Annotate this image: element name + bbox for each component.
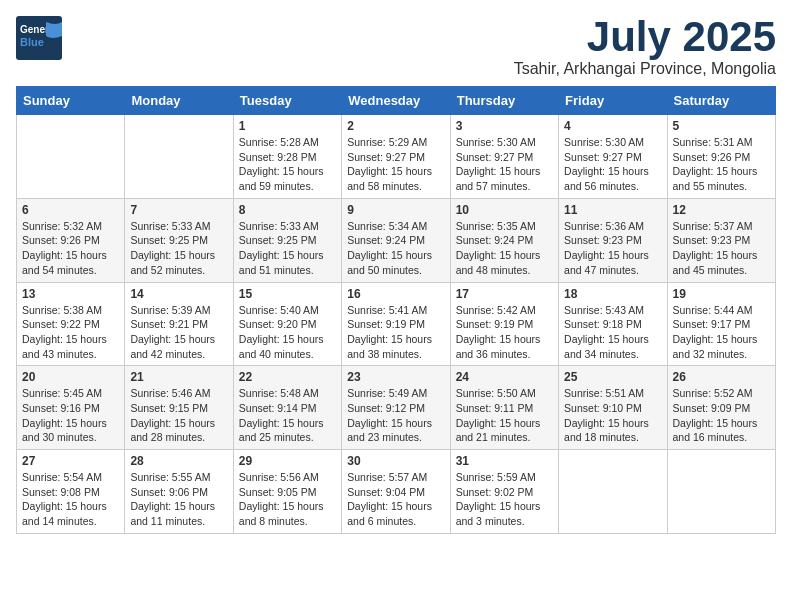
calendar-cell: 30Sunrise: 5:57 AMSunset: 9:04 PMDayligh… (342, 450, 450, 534)
day-info: Sunrise: 5:45 AMSunset: 9:16 PMDaylight:… (22, 386, 119, 445)
calendar-cell: 17Sunrise: 5:42 AMSunset: 9:19 PMDayligh… (450, 282, 558, 366)
calendar-header-row: SundayMondayTuesdayWednesdayThursdayFrid… (17, 87, 776, 115)
weekday-header: Saturday (667, 87, 775, 115)
calendar-cell: 28Sunrise: 5:55 AMSunset: 9:06 PMDayligh… (125, 450, 233, 534)
calendar-cell: 3Sunrise: 5:30 AMSunset: 9:27 PMDaylight… (450, 115, 558, 199)
day-info: Sunrise: 5:51 AMSunset: 9:10 PMDaylight:… (564, 386, 661, 445)
day-info: Sunrise: 5:39 AMSunset: 9:21 PMDaylight:… (130, 303, 227, 362)
calendar-cell (125, 115, 233, 199)
day-number: 19 (673, 287, 770, 301)
calendar-cell (559, 450, 667, 534)
calendar-cell: 12Sunrise: 5:37 AMSunset: 9:23 PMDayligh… (667, 198, 775, 282)
calendar-cell: 29Sunrise: 5:56 AMSunset: 9:05 PMDayligh… (233, 450, 341, 534)
day-number: 16 (347, 287, 444, 301)
day-number: 6 (22, 203, 119, 217)
logo: General Blue (16, 16, 66, 64)
calendar-week-row: 27Sunrise: 5:54 AMSunset: 9:08 PMDayligh… (17, 450, 776, 534)
calendar-cell: 14Sunrise: 5:39 AMSunset: 9:21 PMDayligh… (125, 282, 233, 366)
calendar-table: SundayMondayTuesdayWednesdayThursdayFrid… (16, 86, 776, 534)
weekday-header: Thursday (450, 87, 558, 115)
day-info: Sunrise: 5:57 AMSunset: 9:04 PMDaylight:… (347, 470, 444, 529)
day-number: 12 (673, 203, 770, 217)
month-title: July 2025 (514, 16, 776, 58)
day-number: 29 (239, 454, 336, 468)
calendar-cell: 27Sunrise: 5:54 AMSunset: 9:08 PMDayligh… (17, 450, 125, 534)
day-info: Sunrise: 5:40 AMSunset: 9:20 PMDaylight:… (239, 303, 336, 362)
calendar-cell: 26Sunrise: 5:52 AMSunset: 9:09 PMDayligh… (667, 366, 775, 450)
day-info: Sunrise: 5:54 AMSunset: 9:08 PMDaylight:… (22, 470, 119, 529)
day-number: 24 (456, 370, 553, 384)
weekday-header: Monday (125, 87, 233, 115)
day-info: Sunrise: 5:32 AMSunset: 9:26 PMDaylight:… (22, 219, 119, 278)
day-info: Sunrise: 5:29 AMSunset: 9:27 PMDaylight:… (347, 135, 444, 194)
calendar-week-row: 20Sunrise: 5:45 AMSunset: 9:16 PMDayligh… (17, 366, 776, 450)
calendar-cell: 31Sunrise: 5:59 AMSunset: 9:02 PMDayligh… (450, 450, 558, 534)
calendar-cell: 20Sunrise: 5:45 AMSunset: 9:16 PMDayligh… (17, 366, 125, 450)
calendar-cell: 25Sunrise: 5:51 AMSunset: 9:10 PMDayligh… (559, 366, 667, 450)
day-info: Sunrise: 5:34 AMSunset: 9:24 PMDaylight:… (347, 219, 444, 278)
calendar-cell: 18Sunrise: 5:43 AMSunset: 9:18 PMDayligh… (559, 282, 667, 366)
day-info: Sunrise: 5:50 AMSunset: 9:11 PMDaylight:… (456, 386, 553, 445)
weekday-header: Tuesday (233, 87, 341, 115)
day-number: 28 (130, 454, 227, 468)
day-info: Sunrise: 5:31 AMSunset: 9:26 PMDaylight:… (673, 135, 770, 194)
day-number: 3 (456, 119, 553, 133)
calendar-cell: 13Sunrise: 5:38 AMSunset: 9:22 PMDayligh… (17, 282, 125, 366)
day-number: 7 (130, 203, 227, 217)
day-info: Sunrise: 5:30 AMSunset: 9:27 PMDaylight:… (564, 135, 661, 194)
header: General Blue July 2025 Tsahir, Arkhangai… (16, 16, 776, 78)
calendar-cell: 23Sunrise: 5:49 AMSunset: 9:12 PMDayligh… (342, 366, 450, 450)
day-number: 5 (673, 119, 770, 133)
day-info: Sunrise: 5:43 AMSunset: 9:18 PMDaylight:… (564, 303, 661, 362)
day-number: 27 (22, 454, 119, 468)
calendar-cell: 8Sunrise: 5:33 AMSunset: 9:25 PMDaylight… (233, 198, 341, 282)
calendar-cell: 2Sunrise: 5:29 AMSunset: 9:27 PMDaylight… (342, 115, 450, 199)
calendar-week-row: 13Sunrise: 5:38 AMSunset: 9:22 PMDayligh… (17, 282, 776, 366)
day-number: 18 (564, 287, 661, 301)
calendar-week-row: 1Sunrise: 5:28 AMSunset: 9:28 PMDaylight… (17, 115, 776, 199)
day-number: 25 (564, 370, 661, 384)
logo-icon: General Blue (16, 16, 66, 60)
day-number: 2 (347, 119, 444, 133)
calendar-cell: 19Sunrise: 5:44 AMSunset: 9:17 PMDayligh… (667, 282, 775, 366)
calendar-cell: 6Sunrise: 5:32 AMSunset: 9:26 PMDaylight… (17, 198, 125, 282)
day-info: Sunrise: 5:28 AMSunset: 9:28 PMDaylight:… (239, 135, 336, 194)
day-number: 22 (239, 370, 336, 384)
day-number: 11 (564, 203, 661, 217)
day-info: Sunrise: 5:46 AMSunset: 9:15 PMDaylight:… (130, 386, 227, 445)
day-number: 23 (347, 370, 444, 384)
day-number: 30 (347, 454, 444, 468)
weekday-header: Sunday (17, 87, 125, 115)
day-info: Sunrise: 5:33 AMSunset: 9:25 PMDaylight:… (239, 219, 336, 278)
calendar-cell: 5Sunrise: 5:31 AMSunset: 9:26 PMDaylight… (667, 115, 775, 199)
calendar-cell: 7Sunrise: 5:33 AMSunset: 9:25 PMDaylight… (125, 198, 233, 282)
calendar-cell: 1Sunrise: 5:28 AMSunset: 9:28 PMDaylight… (233, 115, 341, 199)
calendar-cell (17, 115, 125, 199)
calendar-cell: 21Sunrise: 5:46 AMSunset: 9:15 PMDayligh… (125, 366, 233, 450)
calendar-cell: 22Sunrise: 5:48 AMSunset: 9:14 PMDayligh… (233, 366, 341, 450)
day-number: 4 (564, 119, 661, 133)
day-number: 9 (347, 203, 444, 217)
day-info: Sunrise: 5:38 AMSunset: 9:22 PMDaylight:… (22, 303, 119, 362)
day-info: Sunrise: 5:33 AMSunset: 9:25 PMDaylight:… (130, 219, 227, 278)
svg-text:Blue: Blue (20, 36, 44, 48)
day-info: Sunrise: 5:59 AMSunset: 9:02 PMDaylight:… (456, 470, 553, 529)
day-info: Sunrise: 5:30 AMSunset: 9:27 PMDaylight:… (456, 135, 553, 194)
day-number: 26 (673, 370, 770, 384)
day-number: 8 (239, 203, 336, 217)
weekday-header: Friday (559, 87, 667, 115)
calendar-cell: 15Sunrise: 5:40 AMSunset: 9:20 PMDayligh… (233, 282, 341, 366)
day-number: 14 (130, 287, 227, 301)
day-number: 21 (130, 370, 227, 384)
day-info: Sunrise: 5:49 AMSunset: 9:12 PMDaylight:… (347, 386, 444, 445)
location-subtitle: Tsahir, Arkhangai Province, Mongolia (514, 60, 776, 78)
day-info: Sunrise: 5:44 AMSunset: 9:17 PMDaylight:… (673, 303, 770, 362)
day-number: 1 (239, 119, 336, 133)
calendar-cell: 11Sunrise: 5:36 AMSunset: 9:23 PMDayligh… (559, 198, 667, 282)
day-number: 20 (22, 370, 119, 384)
calendar-cell: 4Sunrise: 5:30 AMSunset: 9:27 PMDaylight… (559, 115, 667, 199)
day-info: Sunrise: 5:42 AMSunset: 9:19 PMDaylight:… (456, 303, 553, 362)
day-number: 31 (456, 454, 553, 468)
day-info: Sunrise: 5:55 AMSunset: 9:06 PMDaylight:… (130, 470, 227, 529)
day-info: Sunrise: 5:52 AMSunset: 9:09 PMDaylight:… (673, 386, 770, 445)
